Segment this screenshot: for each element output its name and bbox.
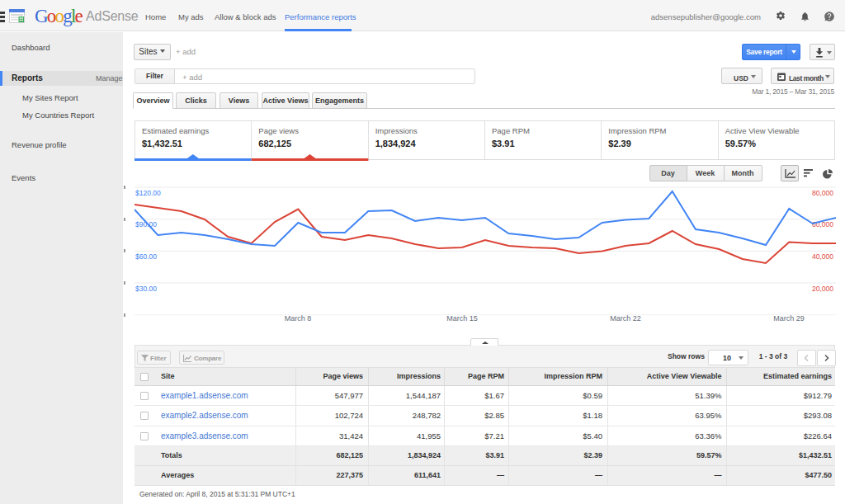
svg-text:80,000: 80,000 — [812, 189, 833, 197]
svg-text:$60.00: $60.00 — [135, 252, 157, 261]
svg-text:$30.00: $30.00 — [135, 285, 157, 293]
svg-text:March 22: March 22 — [610, 314, 641, 323]
svg-text:20,000: 20,000 — [812, 285, 833, 293]
svg-text:March 15: March 15 — [446, 314, 478, 323]
svg-text:$120.00: $120.00 — [135, 189, 161, 197]
svg-text:March 29: March 29 — [773, 314, 805, 323]
svg-text:March 8: March 8 — [285, 314, 312, 323]
svg-text:40,000: 40,000 — [812, 252, 833, 261]
